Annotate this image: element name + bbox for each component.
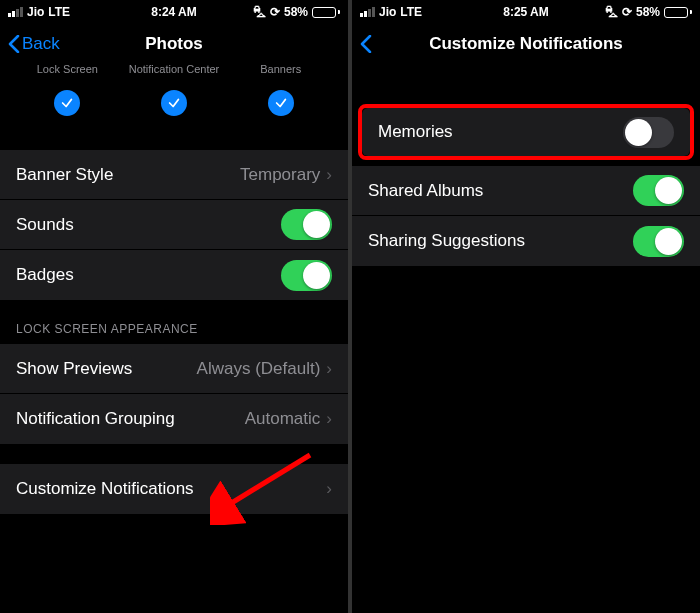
network-label: LTE [48, 5, 70, 19]
phone-left: Jio LTE 8:24 AM ⛍ ⟳ 58% Back Photos Lock… [0, 0, 348, 613]
nav-bar: Back Photos [0, 22, 348, 66]
row-notification-grouping[interactable]: Notification Grouping Automatic › [0, 394, 348, 444]
carrier-label: Jio [27, 5, 44, 19]
page-title: Photos [145, 34, 203, 54]
row-label: Customize Notifications [16, 479, 194, 499]
row-badges: Badges [0, 250, 348, 300]
section-header-lockscreen: LOCK SCREEN APPEARANCE [0, 300, 348, 344]
signal-icon [360, 7, 375, 17]
alert-style-checks [0, 80, 348, 130]
toggle-sounds[interactable] [281, 209, 332, 240]
row-label: Notification Grouping [16, 409, 175, 429]
clock: 8:25 AM [503, 5, 549, 19]
back-button[interactable]: Back [8, 34, 60, 54]
toggle-badges[interactable] [281, 260, 332, 291]
row-label: Sharing Suggestions [368, 231, 525, 251]
status-bar: Jio LTE 8:25 AM ⛍ ⟳ 58% [352, 0, 700, 22]
row-label: Shared Albums [368, 181, 483, 201]
battery-icon [664, 7, 692, 18]
toggle-sharing-suggestions[interactable] [633, 226, 684, 257]
row-banner-style[interactable]: Banner Style Temporary › [0, 150, 348, 200]
row-shared-albums: Shared Albums [352, 166, 700, 216]
row-label: Memories [378, 122, 453, 142]
row-label: Badges [16, 265, 74, 285]
check-icon [167, 96, 181, 110]
carrier-label: Jio [379, 5, 396, 19]
battery-percent: 58% [284, 5, 308, 19]
row-value: Temporary [240, 165, 320, 185]
row-sounds: Sounds [0, 200, 348, 250]
row-customize-notifications[interactable]: Customize Notifications › [0, 464, 348, 514]
check-notification-center[interactable] [161, 90, 187, 116]
chevron-right-icon: › [326, 479, 332, 499]
toggle-shared-albums[interactable] [633, 175, 684, 206]
clock: 8:24 AM [151, 5, 197, 19]
driving-icon: ⛍ [606, 5, 618, 19]
nav-bar: Customize Notifications [352, 22, 700, 66]
check-icon [274, 96, 288, 110]
battery-percent: 58% [636, 5, 660, 19]
phone-right: Jio LTE 8:25 AM ⛍ ⟳ 58% Customize Notifi… [352, 0, 700, 613]
toggle-memories[interactable] [623, 117, 674, 148]
check-lockscreen[interactable] [54, 90, 80, 116]
row-show-previews[interactable]: Show Previews Always (Default) › [0, 344, 348, 394]
signal-icon [8, 7, 23, 17]
check-banners[interactable] [268, 90, 294, 116]
back-label: Back [22, 34, 60, 54]
chevron-right-icon: › [326, 409, 332, 429]
row-value: Always (Default) [197, 359, 321, 379]
row-sharing-suggestions: Sharing Suggestions [352, 216, 700, 266]
row-label: Banner Style [16, 165, 113, 185]
chevron-right-icon: › [326, 165, 332, 185]
back-button[interactable] [360, 35, 372, 53]
chevron-left-icon [8, 35, 20, 53]
row-value: Automatic [245, 409, 321, 429]
check-icon [60, 96, 74, 110]
chevron-right-icon: › [326, 359, 332, 379]
highlight-memories: Memories [358, 104, 694, 160]
row-memories: Memories [362, 108, 690, 156]
row-label: Sounds [16, 215, 74, 235]
network-label: LTE [400, 5, 422, 19]
page-title: Customize Notifications [429, 34, 623, 54]
rotation-lock-icon: ⟳ [622, 5, 632, 19]
status-bar: Jio LTE 8:24 AM ⛍ ⟳ 58% [0, 0, 348, 22]
chevron-left-icon [360, 35, 372, 53]
battery-icon [312, 7, 340, 18]
rotation-lock-icon: ⟳ [270, 5, 280, 19]
row-label: Show Previews [16, 359, 132, 379]
driving-icon: ⛍ [254, 5, 266, 19]
